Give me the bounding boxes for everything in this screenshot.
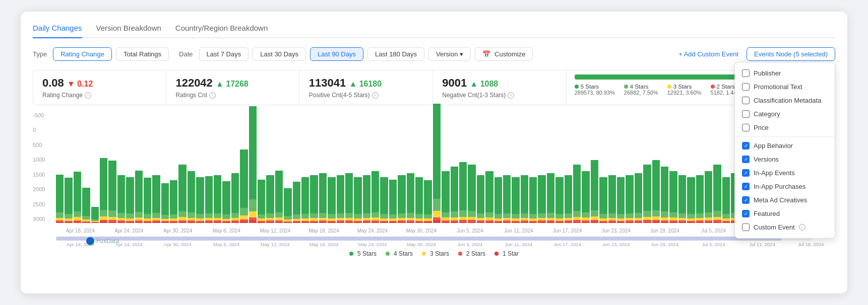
x-label: May 12, 2024 (251, 228, 300, 234)
checkbox-category[interactable] (742, 110, 750, 118)
stat-ratings-cnt: 122042 ▲ 17268 Ratings Cnt i (166, 70, 299, 105)
bar-group (705, 112, 712, 223)
dropdown-item-in-app-events[interactable]: In-App Events (735, 166, 835, 180)
date-label: Date (179, 50, 193, 58)
legend-3stars: 3 Stars 12921, 3.60% (667, 84, 702, 96)
bar-group (451, 112, 458, 223)
scrollbar-thumb[interactable] (56, 237, 782, 241)
add-custom-event-button[interactable]: + Add Custom Event (678, 50, 738, 58)
dropdown-item-classification-metadata[interactable]: Classification Metadata (735, 94, 835, 107)
date-label-bottom: May 18, 2024 (299, 242, 348, 247)
foxdata-watermark: FoxData (86, 237, 119, 245)
dropdown-item-meta-ad-creatives[interactable]: Meta Ad Creatives (735, 193, 835, 207)
events-node-button[interactable]: Events Node (5 selected) (747, 47, 835, 61)
x-label: May 6, 2024 (202, 228, 251, 234)
bar-group (231, 112, 239, 223)
main-container: Daily Changes Version Breakdown Country/… (21, 12, 847, 293)
bar-group (617, 112, 625, 223)
bar-group (635, 112, 642, 223)
bar-group (266, 112, 274, 223)
bar-group (696, 112, 704, 223)
bl-3stars: 3 Stars (422, 250, 449, 257)
bar-group (661, 112, 668, 223)
bar-group (152, 112, 160, 223)
bar-group (591, 112, 598, 223)
bar-group (56, 112, 64, 223)
legend-5stars: 5 Stars 289573, 80.93% (575, 84, 615, 96)
bar-group (108, 112, 116, 223)
bar-group (74, 112, 81, 223)
version-button[interactable]: Version ▾ (428, 47, 471, 61)
checkbox-in-app-events[interactable] (742, 169, 750, 177)
last30-button[interactable]: Last 30 Days (253, 47, 306, 61)
bar-group (301, 112, 309, 223)
bar-group (363, 112, 370, 223)
bar-group (135, 112, 143, 223)
scrollbar[interactable] (56, 237, 812, 241)
bl-4stars: 4 Stars (386, 250, 413, 257)
x-label: Jun 29, 2024 (641, 228, 690, 234)
dropdown-item-price[interactable]: Price (735, 121, 835, 134)
bar-group (337, 112, 344, 223)
tab-version-breakdown[interactable]: Version Breakdown (96, 24, 161, 38)
checkbox-meta-ad-creatives[interactable] (742, 196, 750, 204)
checkbox-in-app-purchases[interactable] (742, 183, 750, 190)
info-icon[interactable]: i (799, 224, 805, 231)
bar-group (258, 112, 265, 223)
tab-daily-changes[interactable]: Daily Changes (33, 24, 82, 38)
date-label-bottom: May 24, 2024 (348, 242, 397, 247)
negative-cnt-value: 9001 (442, 77, 467, 89)
checkbox-versions[interactable] (742, 156, 750, 163)
checkbox-price[interactable] (742, 124, 750, 131)
rating-change-info-icon[interactable]: i (85, 92, 91, 99)
last7-button[interactable]: Last 7 Days (199, 47, 249, 61)
customize-button[interactable]: 📅 Customize (475, 47, 533, 61)
tab-country-breakdown[interactable]: Country/Region Breakdown (175, 24, 268, 38)
rating-change-button[interactable]: Rating Change (53, 47, 112, 61)
last180-button[interactable]: Last 180 Days (367, 47, 424, 61)
date-label-bottom: May 30, 2024 (397, 242, 446, 247)
total-ratings-button[interactable]: Total Ratings (116, 47, 169, 61)
dropdown-item-versions[interactable]: Versions (735, 152, 835, 166)
date-label-bottom: Jun 23, 2024 (592, 242, 641, 247)
bar-group (222, 112, 230, 223)
dropdown-item-featured[interactable]: Featured (735, 207, 835, 220)
dropdown-item-promotional-text[interactable]: Promotional Text (735, 80, 835, 94)
checkbox-app-behavior[interactable] (742, 142, 750, 149)
bar-group (345, 112, 353, 223)
bar-group (503, 112, 511, 223)
positive-cnt-info-icon[interactable]: i (372, 92, 379, 99)
checkbox-publisher[interactable] (742, 69, 750, 77)
dropdown-item-publisher[interactable]: Publisher (735, 66, 835, 80)
bar-group (565, 112, 572, 223)
x-label: May 24, 2024 (348, 228, 397, 234)
rating-change-delta: ▼ 0.12 (67, 80, 93, 88)
bar-group (249, 112, 257, 223)
date-label-bottom: May 12, 2024 (251, 242, 300, 247)
negative-cnt-info-icon[interactable]: i (508, 92, 514, 99)
type-label: Type (33, 50, 47, 58)
checkbox-classification-metadata[interactable] (742, 97, 750, 104)
bar-group (91, 112, 99, 223)
bar-group (521, 112, 528, 223)
bar-group (477, 112, 484, 223)
stats-row: 0.08 ▼ 0.12 Rating Change i 122042 ▲ 172… (33, 70, 835, 105)
dropdown-item-category[interactable]: Category (735, 107, 835, 121)
checkbox-featured[interactable] (742, 210, 750, 217)
ratings-cnt-info-icon[interactable]: i (209, 92, 216, 99)
bar-group (626, 112, 633, 223)
bar-group (100, 112, 107, 223)
dropdown-item-custom-event[interactable]: Custom Eventi (735, 220, 835, 234)
bar-group (608, 112, 616, 223)
ratings-cnt-delta: ▲ 17268 (216, 80, 249, 88)
ratings-cnt-label: Ratings Cnt (175, 92, 207, 99)
last90-button[interactable]: Last 90 Days (310, 47, 363, 61)
bar-group (293, 112, 300, 223)
checkbox-custom-event[interactable] (742, 223, 750, 231)
dropdown-item-in-app-purchases[interactable]: In-App Purchases (735, 180, 835, 193)
bar-group (529, 112, 537, 223)
dropdown-item-app-behavior[interactable]: App Behavior (735, 139, 835, 152)
bar-group (161, 112, 169, 223)
bar-group (669, 112, 677, 223)
checkbox-promotional-text[interactable] (742, 83, 750, 91)
